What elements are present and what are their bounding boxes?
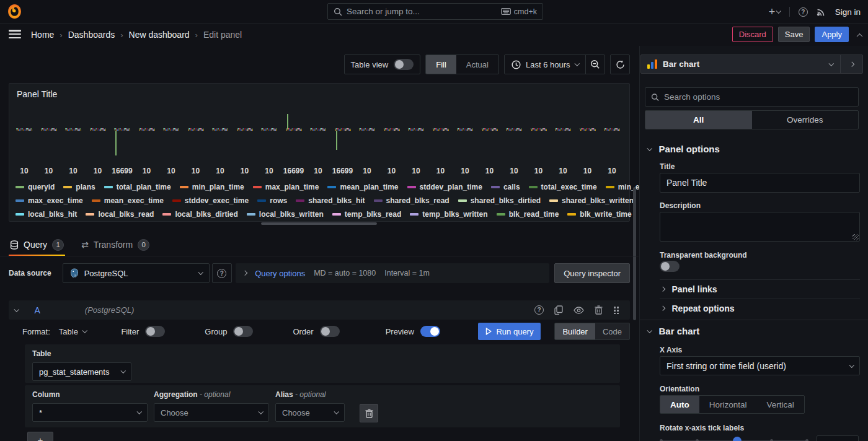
- discard-button[interactable]: Discard: [732, 27, 773, 42]
- query-help-icon[interactable]: ?: [534, 305, 544, 315]
- repeat-options-section[interactable]: Repeat options: [661, 303, 735, 313]
- legend-item[interactable]: local_blks_read: [86, 210, 154, 219]
- actual-option[interactable]: Actual: [456, 55, 498, 74]
- datasource-help-button[interactable]: ?: [212, 263, 232, 283]
- orientation-horizontal[interactable]: Horizontal: [699, 396, 757, 413]
- panel-options-section[interactable]: Panel options: [648, 144, 720, 154]
- breadcrumb-new-dashboard[interactable]: New dashboard: [129, 30, 190, 40]
- alias-select[interactable]: Choose: [275, 403, 345, 422]
- visualization-picker[interactable]: Bar chart: [640, 55, 863, 74]
- rotate-ticks-slider[interactable]: [660, 435, 808, 441]
- run-query-button[interactable]: Run query: [478, 323, 541, 340]
- sign-in-link[interactable]: Sign in: [835, 7, 861, 17]
- legend-item[interactable]: blk_write_time: [567, 210, 631, 219]
- legend-item[interactable]: shared_blks_hit: [296, 196, 365, 205]
- legend-item[interactable]: local_blks_written: [247, 210, 324, 219]
- group-toggle[interactable]: [233, 326, 253, 337]
- legend-item[interactable]: local_blks_hit: [16, 210, 77, 219]
- fill-actual-switch: Fill Actual: [425, 55, 499, 74]
- collapse-pane-button[interactable]: [857, 29, 862, 40]
- orientation-vertical[interactable]: Vertical: [757, 396, 804, 413]
- format-select[interactable]: Table: [59, 327, 87, 336]
- legend-item[interactable]: calls: [491, 183, 520, 191]
- legend-item[interactable]: shared_blks_written: [549, 196, 634, 205]
- legend-item[interactable]: rows: [257, 196, 287, 205]
- breadcrumb-home[interactable]: Home: [31, 30, 54, 40]
- tab-all[interactable]: All: [645, 111, 752, 129]
- table-select[interactable]: pg_stat_statements: [32, 362, 131, 381]
- legend-item[interactable]: temp_blks_written: [410, 210, 487, 219]
- bar-spike: [336, 131, 337, 150]
- options-search-input[interactable]: [664, 92, 852, 102]
- duplicate-query-icon[interactable]: [554, 305, 563, 315]
- rotate-ticks-input[interactable]: 0: [817, 435, 859, 441]
- legend-item[interactable]: temp_blks_read: [332, 210, 401, 219]
- options-search[interactable]: [645, 87, 859, 107]
- remove-column-button[interactable]: [360, 404, 378, 422]
- transparent-bg-toggle[interactable]: [660, 261, 680, 272]
- x-axis-select[interactable]: First string or time field (userid): [660, 356, 860, 375]
- legend-item[interactable]: blk_read_time: [497, 210, 559, 219]
- query-inspector-button[interactable]: Query inspector: [554, 263, 630, 283]
- tab-transform[interactable]: ⇄ Transform 0: [80, 234, 151, 255]
- tab-overrides[interactable]: Overrides: [752, 111, 859, 129]
- time-range-button[interactable]: Last 6 hours: [505, 60, 585, 69]
- vertical-scrollbar[interactable]: [633, 187, 636, 320]
- legend-item[interactable]: mean_exec_time: [92, 196, 164, 205]
- x-tick-label: 10: [45, 167, 53, 175]
- legend-item[interactable]: shared_blks_dirtied: [458, 196, 541, 205]
- builder-option[interactable]: Builder: [555, 323, 595, 339]
- save-button[interactable]: Save: [778, 27, 810, 42]
- code-option[interactable]: Code: [595, 323, 629, 339]
- slider-handle[interactable]: [733, 437, 742, 441]
- menu-hamburger-icon[interactable]: [9, 30, 21, 38]
- tab-query[interactable]: Query 1: [9, 234, 65, 255]
- table-view-toggle[interactable]: [394, 59, 414, 70]
- legend-item[interactable]: max_plan_time: [253, 183, 319, 191]
- add-menu-button[interactable]: +: [769, 6, 781, 19]
- help-button[interactable]: ?: [799, 7, 808, 17]
- drag-handle-icon[interactable]: [613, 306, 619, 314]
- legend-item[interactable]: max_exec_time: [16, 196, 83, 205]
- global-search-input[interactable]: Search or jump to... cmd+k: [327, 3, 543, 20]
- filter-toggle[interactable]: [145, 326, 165, 337]
- legend-swatch: [332, 213, 341, 216]
- add-column-button[interactable]: +: [27, 432, 53, 441]
- query-options-link[interactable]: Query options: [255, 269, 305, 278]
- panel-links-section[interactable]: Panel links: [661, 284, 717, 294]
- horizontal-scrollbar[interactable]: [261, 222, 377, 225]
- panel-title-input[interactable]: [660, 173, 860, 193]
- orientation-auto[interactable]: Auto: [660, 396, 699, 413]
- zoom-out-button[interactable]: [585, 55, 604, 74]
- legend-item[interactable]: mean_plan_time: [327, 183, 398, 191]
- description-textarea[interactable]: [660, 212, 860, 242]
- legend-item[interactable]: plans: [63, 183, 95, 191]
- datasource-picker[interactable]: PostgreSQL: [63, 263, 210, 283]
- x-tick-label: 10: [510, 167, 518, 175]
- grafana-logo-icon[interactable]: [7, 4, 22, 19]
- legend-item[interactable]: queryid: [16, 183, 55, 191]
- hide-query-eye-icon[interactable]: [574, 307, 584, 314]
- news-rss-icon[interactable]: [817, 7, 826, 17]
- resize-handle-icon[interactable]: [852, 234, 859, 240]
- legend-item[interactable]: total_exec_time: [529, 183, 597, 191]
- legend-item[interactable]: stddev_exec_time: [172, 196, 249, 205]
- column-select[interactable]: *: [32, 403, 148, 422]
- order-toggle[interactable]: [320, 326, 340, 337]
- bar-chart-section[interactable]: Bar chart: [648, 326, 699, 336]
- fill-option[interactable]: Fill: [426, 55, 456, 74]
- legend-item[interactable]: stddev_plan_time: [407, 183, 482, 191]
- legend-swatch: [606, 186, 614, 188]
- legend-item[interactable]: min_plan_time: [180, 183, 244, 191]
- refresh-button[interactable]: [610, 55, 630, 74]
- legend-item[interactable]: local_blks_dirtied: [162, 210, 237, 219]
- apply-button[interactable]: Apply: [815, 27, 849, 42]
- aggregation-select[interactable]: Choose: [154, 403, 269, 422]
- legend-item[interactable]: shared_blks_read: [374, 196, 450, 205]
- legend-item[interactable]: total_plan_time: [104, 183, 171, 191]
- delete-query-trash-icon[interactable]: [595, 305, 603, 315]
- breadcrumb-dashboards[interactable]: Dashboards: [68, 30, 115, 40]
- collapse-options-button[interactable]: [840, 55, 862, 73]
- preview-toggle[interactable]: [420, 326, 440, 337]
- query-row-header[interactable]: A (PostgreSQL) ?: [9, 300, 630, 320]
